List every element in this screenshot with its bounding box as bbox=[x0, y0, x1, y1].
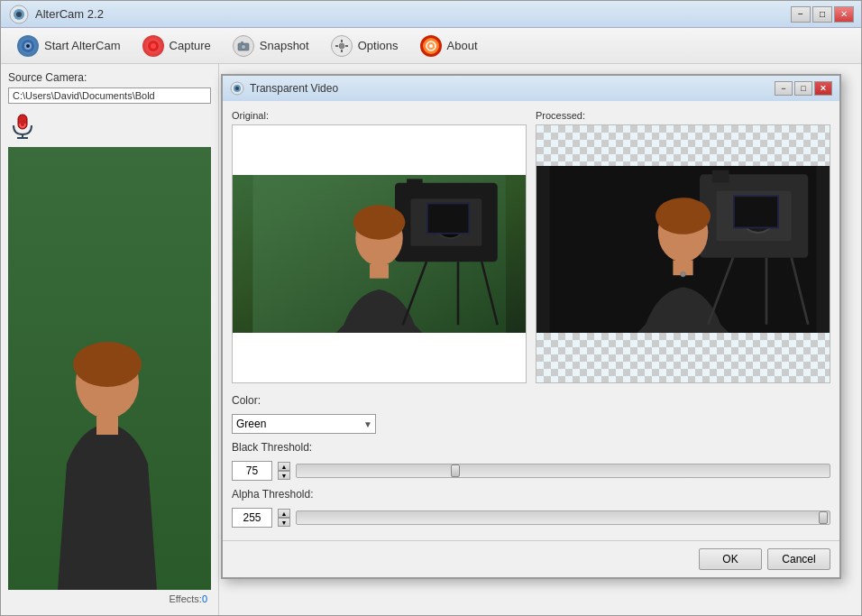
main-window: AlterCam 2.2 − □ ✕ Start AlterCam bbox=[0, 0, 862, 616]
close-button[interactable]: ✕ bbox=[834, 6, 854, 23]
maximize-button[interactable]: □ bbox=[812, 6, 832, 23]
black-threshold-up-button[interactable]: ▲ bbox=[278, 462, 290, 471]
alpha-threshold-down-button[interactable]: ▼ bbox=[278, 518, 290, 527]
alpha-threshold-slider-row: 255 ▲ ▼ bbox=[232, 508, 830, 528]
capture-label: Capture bbox=[170, 39, 211, 52]
options-label: Options bbox=[358, 39, 399, 52]
dialog-controls: − □ ✕ bbox=[775, 81, 832, 96]
svg-rect-23 bbox=[96, 417, 118, 435]
about-label: About bbox=[447, 39, 478, 52]
svg-rect-39 bbox=[370, 264, 389, 279]
about-button[interactable]: About bbox=[411, 32, 487, 60]
capture-icon bbox=[142, 35, 164, 57]
record-icon bbox=[147, 40, 160, 52]
start-altercam-button[interactable]: Start AlterCam bbox=[8, 32, 130, 60]
dialog-maximize-button[interactable]: □ bbox=[794, 81, 812, 96]
svg-point-22 bbox=[73, 342, 142, 387]
dialog-title-left: Transparent Video bbox=[230, 81, 338, 96]
left-panel: Source Camera: C:\Users\David\Documents\… bbox=[1, 64, 219, 615]
snapshot-icon bbox=[233, 35, 254, 57]
black-threshold-thumb[interactable] bbox=[451, 464, 460, 477]
source-path: C:\Users\David\Documents\Bold bbox=[8, 87, 211, 104]
dialog-body: Original: bbox=[223, 101, 839, 540]
processed-panel: Processed: bbox=[536, 110, 830, 383]
svg-rect-31 bbox=[407, 179, 423, 190]
svg-point-26 bbox=[235, 87, 239, 90]
mic-area bbox=[8, 111, 211, 140]
camera-icon bbox=[21, 39, 35, 53]
processed-video-content bbox=[536, 166, 830, 333]
options-icon bbox=[331, 35, 353, 57]
effects-count: 0 bbox=[202, 593, 207, 604]
camera-snap-icon bbox=[236, 39, 251, 53]
video-panels: Original: bbox=[232, 110, 830, 383]
app-icon bbox=[8, 4, 30, 25]
effects-bar: Effects: 0 bbox=[8, 590, 211, 608]
dialog-minimize-button[interactable]: − bbox=[775, 81, 793, 96]
color-dropdown-wrapper: Green Blue Red Custom ▼ bbox=[232, 414, 376, 434]
original-panel: Original: bbox=[232, 110, 527, 383]
black-threshold-track[interactable] bbox=[296, 464, 830, 478]
svg-point-5 bbox=[26, 44, 30, 48]
original-video-content bbox=[233, 175, 526, 333]
start-icon bbox=[17, 35, 39, 57]
alpha-threshold-thumb[interactable] bbox=[819, 511, 828, 524]
black-threshold-label: Black Threshold: bbox=[232, 441, 322, 454]
black-threshold-slider-row: 75 ▲ ▼ bbox=[232, 461, 830, 481]
alpha-threshold-track[interactable] bbox=[296, 510, 830, 525]
cancel-button[interactable]: Cancel bbox=[767, 548, 830, 570]
checker-bottom bbox=[536, 333, 830, 382]
lifebuoy-icon bbox=[426, 41, 436, 51]
black-threshold-spinner: ▲ ▼ bbox=[278, 462, 290, 480]
original-video-frame bbox=[232, 124, 527, 383]
svg-point-53 bbox=[656, 198, 711, 234]
svg-point-2 bbox=[16, 12, 22, 17]
processed-video-area bbox=[536, 166, 830, 333]
dialog-icon bbox=[230, 81, 244, 96]
svg-point-55 bbox=[681, 271, 686, 277]
svg-point-17 bbox=[429, 44, 433, 48]
minimize-button[interactable]: − bbox=[791, 6, 811, 23]
dialog-close-button[interactable]: ✕ bbox=[814, 81, 832, 96]
svg-rect-51 bbox=[735, 197, 777, 226]
svg-point-38 bbox=[353, 205, 406, 240]
alpha-threshold-spinner: ▲ ▼ bbox=[278, 509, 290, 527]
about-icon bbox=[420, 35, 442, 57]
green-screen-area bbox=[233, 175, 526, 333]
gear-icon bbox=[335, 39, 349, 53]
original-label: Original: bbox=[232, 110, 527, 121]
ok-button[interactable]: OK bbox=[699, 548, 762, 570]
svg-rect-46 bbox=[712, 170, 729, 183]
options-button[interactable]: Options bbox=[322, 32, 408, 60]
toolbar: Start AlterCam Capture Snapshot bbox=[1, 28, 861, 64]
processed-video-frame bbox=[536, 124, 830, 383]
color-dropdown-row: Green Blue Red Custom ▼ bbox=[232, 414, 830, 434]
transparent-video-dialog: Transparent Video − □ ✕ Original: bbox=[221, 74, 841, 579]
color-select[interactable]: Green Blue Red Custom bbox=[232, 414, 376, 434]
title-bar: AlterCam 2.2 − □ ✕ bbox=[1, 1, 861, 28]
source-camera-label: Source Camera: bbox=[8, 71, 211, 84]
snapshot-button[interactable]: Snapshot bbox=[224, 32, 318, 60]
svg-point-9 bbox=[241, 44, 245, 49]
black-threshold-down-button[interactable]: ▼ bbox=[278, 471, 290, 480]
snapshot-label: Snapshot bbox=[260, 39, 309, 52]
alpha-threshold-label: Alpha Threshold: bbox=[232, 488, 322, 501]
color-label: Color: bbox=[232, 394, 322, 407]
alpha-threshold-input[interactable]: 255 bbox=[232, 508, 272, 528]
main-content: Source Camera: C:\Users\David\Documents\… bbox=[1, 64, 861, 615]
person-preview bbox=[17, 337, 197, 590]
effects-label: Effects: bbox=[169, 593, 201, 604]
controls-section: Color: Green Blue Red Custom ▼ bbox=[232, 391, 830, 531]
svg-rect-10 bbox=[241, 41, 243, 43]
title-bar-left: AlterCam 2.2 bbox=[8, 4, 104, 25]
capture-button[interactable]: Capture bbox=[133, 32, 220, 60]
black-threshold-input[interactable]: 75 bbox=[232, 461, 272, 481]
dialog-title: Transparent Video bbox=[250, 82, 338, 95]
color-control-row: Color: bbox=[232, 394, 830, 407]
start-label: Start AlterCam bbox=[44, 39, 121, 52]
title-bar-controls: − □ ✕ bbox=[791, 6, 854, 23]
alpha-threshold-up-button[interactable]: ▲ bbox=[278, 509, 290, 518]
camera-preview bbox=[8, 147, 211, 590]
dialog-footer: OK Cancel bbox=[223, 540, 839, 577]
processed-label: Processed: bbox=[536, 110, 830, 121]
